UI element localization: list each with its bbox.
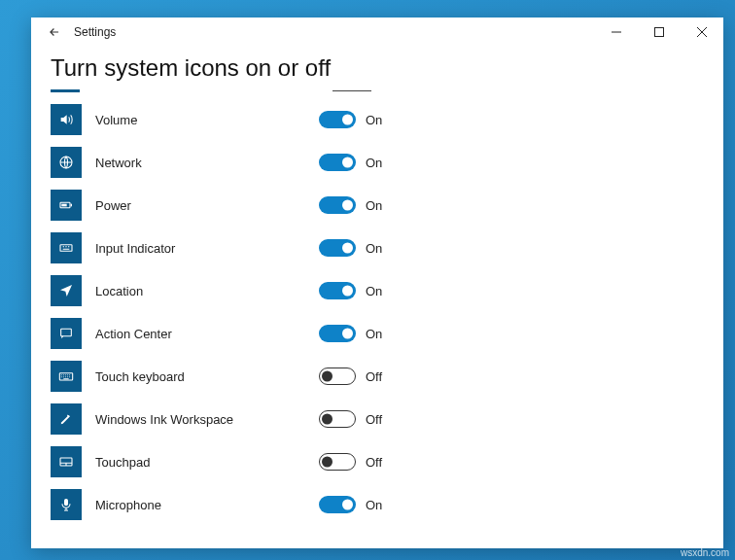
- toggle-wrap-action-center: On: [319, 325, 382, 342]
- state-input: On: [366, 241, 382, 256]
- titlebar: Settings: [31, 18, 723, 47]
- row-microphone: MicrophoneOn: [51, 483, 704, 526]
- toggle-volume[interactable]: [319, 111, 356, 128]
- label-network: Network: [95, 156, 319, 170]
- label-ink: Windows Ink Workspace: [95, 412, 319, 427]
- row-touch-kbd: Touch keyboardOff: [51, 355, 704, 398]
- toggle-wrap-power: On: [319, 196, 382, 214]
- row-input: Input IndicatorOn: [51, 227, 704, 269]
- maximize-button[interactable]: [638, 18, 681, 47]
- toggle-network[interactable]: [319, 154, 356, 171]
- window-title: Settings: [74, 25, 116, 39]
- state-power: On: [366, 198, 382, 213]
- row-network: NetworkOn: [51, 141, 704, 184]
- svg-rect-1: [655, 28, 664, 37]
- state-action-center: On: [366, 327, 382, 341]
- svg-rect-10: [64, 499, 68, 506]
- toggle-wrap-input: On: [319, 239, 382, 257]
- svg-rect-6: [60, 245, 72, 252]
- label-touch-kbd: Touch keyboard: [95, 369, 319, 384]
- window-controls: [595, 18, 723, 47]
- state-location: On: [366, 284, 382, 298]
- state-network: On: [366, 156, 382, 170]
- keyboard-icon: [51, 361, 82, 392]
- toggle-wrap-network: On: [319, 154, 382, 171]
- toggle-wrap-volume: On: [319, 111, 382, 128]
- toggle-location[interactable]: [319, 282, 356, 299]
- row-action-center: Action CenterOn: [51, 312, 704, 355]
- label-volume: Volume: [95, 113, 319, 127]
- mic-icon: [51, 489, 82, 520]
- toggle-ink[interactable]: [319, 410, 356, 428]
- settings-window: Settings Turn system icons on or off Vol…: [31, 18, 723, 548]
- svg-rect-4: [71, 204, 72, 207]
- notify-icon: [51, 318, 82, 349]
- close-button[interactable]: [681, 18, 723, 47]
- state-touch-kbd: Off: [366, 369, 382, 384]
- svg-rect-5: [61, 204, 66, 207]
- toggle-action-center[interactable]: [319, 325, 356, 342]
- state-ink: Off: [366, 412, 382, 427]
- accent-bar: [51, 89, 704, 92]
- battery-icon: [51, 190, 82, 221]
- toggle-touchpad[interactable]: [319, 453, 356, 471]
- globe-icon: [51, 147, 82, 178]
- content-area: Turn system icons on or off VolumeOnNetw…: [31, 47, 723, 548]
- row-power: PowerOn: [51, 184, 704, 227]
- state-volume: On: [366, 113, 382, 127]
- label-action-center: Action Center: [95, 327, 319, 341]
- toggle-wrap-microphone: On: [319, 496, 382, 513]
- toggle-input[interactable]: [319, 239, 356, 257]
- locate-icon: [51, 275, 82, 306]
- row-touchpad: TouchpadOff: [51, 440, 704, 483]
- label-touchpad: Touchpad: [95, 455, 319, 470]
- row-location: LocationOn: [51, 269, 704, 312]
- volume-icon: [51, 104, 82, 135]
- row-ink: Windows Ink WorkspaceOff: [51, 398, 704, 440]
- toggle-wrap-ink: Off: [319, 410, 382, 428]
- toggle-microphone[interactable]: [319, 496, 356, 513]
- input-icon: [51, 232, 82, 263]
- minimize-button[interactable]: [595, 18, 638, 47]
- label-microphone: Microphone: [95, 498, 319, 512]
- toggle-power[interactable]: [319, 196, 356, 214]
- watermark: wsxdn.com: [681, 547, 729, 558]
- label-power: Power: [95, 198, 319, 213]
- toggle-wrap-touch-kbd: Off: [319, 368, 382, 385]
- toggle-touch-kbd[interactable]: [319, 368, 356, 385]
- row-volume: VolumeOn: [51, 98, 704, 141]
- svg-rect-7: [61, 329, 72, 335]
- system-icons-list: VolumeOnNetworkOnPowerOnInput IndicatorO…: [51, 98, 704, 526]
- state-touchpad: Off: [366, 455, 382, 470]
- label-input: Input Indicator: [95, 241, 319, 256]
- back-button[interactable]: [41, 25, 68, 39]
- touchpad-icon: [51, 446, 82, 477]
- toggle-wrap-touchpad: Off: [319, 453, 382, 471]
- toggle-wrap-location: On: [319, 282, 382, 299]
- label-location: Location: [95, 284, 319, 298]
- page-heading: Turn system icons on or off: [51, 54, 704, 82]
- state-microphone: On: [366, 498, 382, 512]
- pen-icon: [51, 403, 82, 435]
